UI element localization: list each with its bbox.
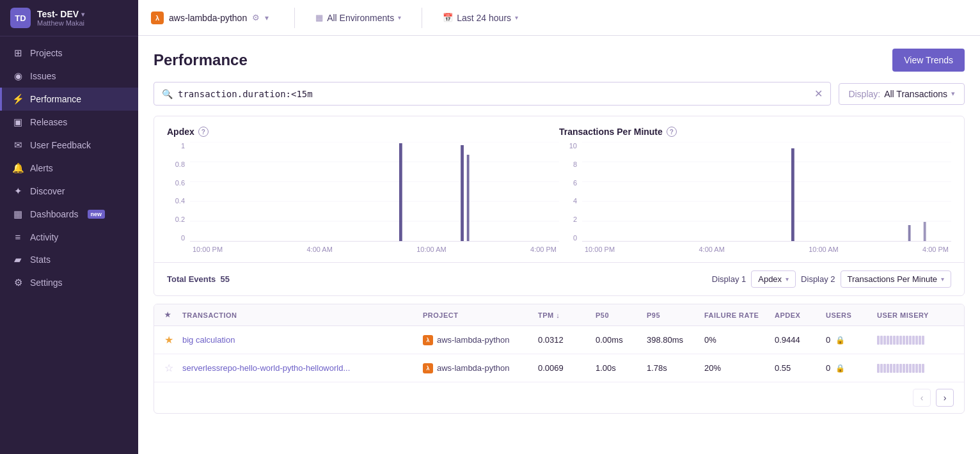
activity-icon: ≡	[12, 231, 24, 242]
misery-bar-0	[877, 336, 954, 345]
sidebar-item-issues[interactable]: ◉ Issues	[0, 65, 138, 88]
sidebar-header[interactable]: TD Test- DEV ▾ Matthew Makai	[0, 0, 138, 36]
display1-value: Apdex	[758, 274, 782, 284]
apdex-title: Apdex ?	[167, 127, 559, 137]
p95-cell-1: 1.78s	[647, 363, 704, 373]
star-icon-empty[interactable]: ☆	[164, 363, 173, 373]
tpm-x-labels: 10:00 PM 4:00 AM 10:00 AM 4:00 PM	[582, 242, 951, 257]
project-icon-1: λ	[423, 363, 433, 373]
col-project: PROJECT	[423, 311, 538, 319]
performance-icon: ⚡	[12, 93, 24, 105]
project-cell-1: λ aws-lambda-python	[423, 363, 538, 373]
sidebar-item-settings[interactable]: ⚙ Settings	[0, 271, 138, 294]
sidebar-item-alerts[interactable]: 🔔 Alerts	[0, 157, 138, 180]
star-cell-1[interactable]: ☆	[164, 362, 182, 374]
sidebar-item-releases[interactable]: ▣ Releases	[0, 111, 138, 134]
avatar: TD	[10, 8, 31, 28]
main-content: λ aws-lambda-python ⚙ ▾ ▦ All Environmen…	[138, 0, 980, 454]
project-icon: λ	[151, 12, 164, 24]
display-controls: Display 1 Apdex ▾ Display 2 Transactions…	[712, 270, 951, 288]
apdex-x-labels: 10:00 PM 4:00 AM 10:00 AM 4:00 PM	[190, 242, 559, 257]
page-content: Performance View Trends 🔍 ✕ Display: All…	[138, 36, 980, 454]
tpm-help-icon[interactable]: ?	[667, 127, 677, 137]
apdex-help-icon[interactable]: ?	[198, 127, 209, 137]
col-transaction[interactable]: TRANSACTION	[182, 311, 423, 319]
alerts-icon: 🔔	[12, 162, 24, 174]
col-apdex: APDEX	[775, 311, 826, 319]
transaction-link-0[interactable]: big calculation	[182, 335, 235, 345]
chevron-down-icon: ▾	[941, 276, 944, 283]
environment-selector[interactable]: ▦ All Environments ▾	[308, 9, 409, 27]
discover-icon: ✦	[12, 185, 24, 197]
org-info: Test- DEV ▾ Matthew Makai	[37, 9, 128, 27]
display-value: All Transactions	[884, 89, 947, 99]
org-name: Test- DEV ▾	[37, 9, 128, 19]
star-cell-0[interactable]: ★	[164, 334, 182, 346]
releases-icon: ▣	[12, 116, 24, 128]
display2-dropdown[interactable]: Transactions Per Minute ▾	[841, 270, 951, 288]
svg-rect-17	[924, 222, 926, 241]
user-feedback-icon: ✉	[12, 139, 24, 151]
misery-cell-1	[877, 364, 954, 373]
sidebar-item-projects[interactable]: ⊞ Projects	[0, 42, 138, 65]
gear-icon[interactable]: ⚙	[252, 13, 260, 22]
tpm-svg	[582, 142, 951, 241]
display1-dropdown[interactable]: Apdex ▾	[751, 270, 796, 288]
apdex-chart-area: 1 0.8 0.6 0.4 0.2 0	[167, 142, 559, 257]
dashboards-icon: ▦	[12, 208, 24, 220]
next-page-button[interactable]: ›	[936, 389, 954, 407]
misery-bar-1	[877, 364, 954, 373]
svg-rect-7	[461, 145, 464, 241]
tpm-chart-area: 10 8 6 4 2 0	[559, 142, 951, 257]
display-dropdown[interactable]: Display: All Transactions ▾	[839, 83, 965, 105]
tpm-title: Transactions Per Minute ?	[559, 127, 951, 137]
total-events: Total Events 55	[167, 274, 704, 284]
topbar: λ aws-lambda-python ⚙ ▾ ▦ All Environmen…	[138, 0, 980, 36]
table-row: ★ big calculation λ aws-lambda-python 0.…	[154, 326, 964, 354]
prev-page-button[interactable]: ‹	[913, 389, 931, 407]
sidebar-item-dashboards[interactable]: ▦ Dashboards new	[0, 203, 138, 226]
sidebar: TD Test- DEV ▾ Matthew Makai ⊞ Projects …	[0, 0, 138, 454]
org-user: Matthew Makai	[37, 19, 128, 27]
transaction-cell-0: big calculation	[182, 335, 423, 345]
environment-chevron: ▾	[398, 14, 401, 21]
star-icon-filled[interactable]: ★	[164, 334, 173, 345]
col-failure-rate: FAILURE RATE	[704, 311, 775, 319]
clear-search-button[interactable]: ✕	[814, 88, 823, 100]
time-range-label: Last 24 hours	[457, 13, 511, 23]
display-label: Display:	[848, 89, 880, 99]
environment-icon: ▦	[315, 13, 323, 22]
sidebar-item-stats[interactable]: ▰ Stats	[0, 248, 138, 271]
display2-label: Display 2	[801, 274, 835, 284]
tpm-chart: Transactions Per Minute ? 10 8 6 4 2 0	[559, 127, 951, 257]
table-row: ☆ serverlessrepo-hello-world-pytho-hello…	[154, 354, 964, 382]
project-name: aws-lambda-python	[169, 13, 247, 23]
transaction-link-1[interactable]: serverlessrepo-hello-world-pytho-hellowo…	[182, 363, 350, 373]
transaction-cell-1: serverlessrepo-hello-world-pytho-hellowo…	[182, 363, 423, 373]
search-icon: 🔍	[162, 89, 173, 99]
sidebar-item-user-feedback[interactable]: ✉ User Feedback	[0, 134, 138, 157]
project-cell-0: λ aws-lambda-python	[423, 335, 538, 345]
time-range-selector[interactable]: 📅 Last 24 hours ▾	[435, 9, 526, 27]
misery-cell-0	[877, 336, 954, 345]
project-selector[interactable]: λ aws-lambda-python ⚙ ▾	[151, 12, 281, 24]
sidebar-nav: ⊞ Projects ◉ Issues ⚡ Performance ▣ Rele…	[0, 36, 138, 454]
tpm-y-labels: 10 8 6 4 2 0	[559, 142, 580, 242]
search-box[interactable]: 🔍 ✕	[154, 82, 831, 106]
failure-rate-cell-0: 0%	[704, 335, 775, 345]
p95-cell-0: 398.80ms	[647, 335, 704, 345]
col-tpm[interactable]: TPM ↓	[538, 311, 596, 319]
time-range-chevron: ▾	[515, 14, 518, 21]
sidebar-item-activity[interactable]: ≡ Activity	[0, 226, 138, 248]
chevron-down-icon: ▾	[265, 13, 269, 22]
col-p50: P50	[596, 311, 647, 319]
sidebar-item-discover[interactable]: ✦ Discover	[0, 180, 138, 203]
sidebar-item-performance[interactable]: ⚡ Performance	[0, 88, 138, 111]
col-user-misery: USER MISERY	[877, 311, 954, 319]
search-input[interactable]	[178, 89, 809, 99]
view-trends-button[interactable]: View Trends	[892, 49, 965, 72]
charts-container: Apdex ? 1 0.8 0.6 0.4 0.2 0	[154, 116, 965, 296]
apdex-svg	[190, 142, 559, 241]
chevron-down-icon: ▾	[951, 90, 955, 98]
chevron-down-icon: ▾	[81, 11, 84, 18]
